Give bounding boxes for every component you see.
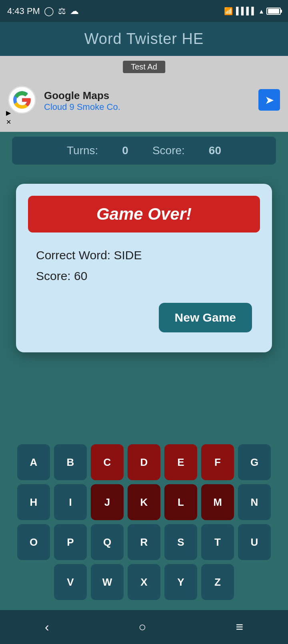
game-over-title: Game Over! — [96, 205, 192, 223]
key-H[interactable]: H — [17, 484, 50, 520]
key-U[interactable]: U — [238, 524, 271, 560]
menu-button[interactable]: ≡ — [236, 620, 243, 634]
title-bar: Word Twister HE — [0, 22, 288, 56]
key-Q[interactable]: Q — [91, 524, 124, 560]
ad-play-icon: ▶ — [6, 109, 11, 117]
keyboard-row-1: A B C D E F G — [4, 444, 284, 480]
ad-close-icon[interactable]: ✕ — [6, 118, 11, 126]
key-W[interactable]: W — [91, 564, 124, 600]
status-time: 4:43 PM ◯ ⚖ ☁ — [7, 6, 79, 16]
ad-banner[interactable]: Test Ad Google Maps Cloud 9 Smoke Co. ➤ … — [0, 56, 288, 132]
ad-logo — [8, 86, 36, 114]
game-over-modal: Game Over! Correct Word: SIDE Score: 60 … — [16, 184, 272, 352]
key-B[interactable]: B — [54, 444, 87, 480]
score-value: 60 — [209, 144, 221, 157]
status-bar: 4:43 PM ◯ ⚖ ☁ 📶 ▌▌▌▌ ▴ — [0, 0, 288, 22]
key-L[interactable]: L — [164, 484, 197, 520]
key-D[interactable]: D — [128, 444, 160, 480]
key-C[interactable]: C — [91, 444, 124, 480]
ad-label: Test Ad — [123, 61, 165, 73]
wifi-icon: ▴ — [260, 7, 263, 16]
key-F[interactable]: F — [201, 444, 234, 480]
turns-label: Turns: — [67, 144, 98, 157]
key-K[interactable]: K — [128, 484, 160, 520]
turns-value: 0 — [122, 144, 128, 157]
key-Z[interactable]: Z — [201, 564, 234, 600]
key-I[interactable]: I — [54, 484, 87, 520]
usb-icon: ⚖ — [58, 6, 66, 16]
ad-subtitle: Cloud 9 Smoke Co. — [44, 102, 120, 112]
signal-icon: ▌▌▌▌ — [236, 7, 256, 15]
key-S[interactable]: S — [164, 524, 197, 560]
whatsapp-icon: ◯ — [44, 6, 54, 16]
status-icons: 📶 ▌▌▌▌ ▴ — [224, 7, 281, 16]
app-title: Word Twister HE — [84, 30, 204, 48]
correct-word: Correct Word: SIDE — [36, 248, 252, 262]
key-Y[interactable]: Y — [164, 564, 197, 600]
new-game-button[interactable]: New Game — [159, 303, 252, 332]
home-button[interactable]: ○ — [138, 620, 146, 634]
vibrate-icon: 📶 — [224, 7, 233, 16]
nav-bar: ‹ ○ ≡ — [0, 610, 288, 644]
key-T[interactable]: T — [201, 524, 234, 560]
key-A[interactable]: A — [17, 444, 50, 480]
keyboard-row-3: O P Q R S T U — [4, 524, 284, 560]
key-V[interactable]: V — [54, 564, 87, 600]
ad-arrow-icon[interactable]: ➤ — [258, 89, 280, 111]
cloud-icon: ☁ — [70, 6, 79, 16]
ad-content: Google Maps Cloud 9 Smoke Co. — [44, 89, 120, 112]
ad-controls: ▶ ✕ — [6, 109, 11, 126]
key-J[interactable]: J — [91, 484, 124, 520]
battery-icon — [266, 8, 281, 15]
keyboard: A B C D E F G H I J K L M N O P Q R S T … — [0, 440, 288, 608]
game-over-banner: Game Over! — [28, 196, 260, 233]
score-label: Score: — [152, 144, 185, 157]
key-P[interactable]: P — [54, 524, 87, 560]
back-button[interactable]: ‹ — [45, 620, 49, 634]
keyboard-row-4: V W X Y Z — [4, 564, 284, 600]
modal-score: Score: 60 — [36, 269, 252, 283]
key-G[interactable]: G — [238, 444, 271, 480]
key-R[interactable]: R — [128, 524, 160, 560]
key-O[interactable]: O — [17, 524, 50, 560]
key-X[interactable]: X — [128, 564, 160, 600]
stats-bar: Turns: 0 Score: 60 — [12, 137, 276, 165]
keyboard-row-2: H I J K L M N — [4, 484, 284, 520]
ad-company: Google Maps — [44, 89, 120, 102]
modal-body: Correct Word: SIDE Score: 60 New Game — [28, 244, 260, 336]
key-M[interactable]: M — [201, 484, 234, 520]
key-N[interactable]: N — [238, 484, 271, 520]
key-E[interactable]: E — [164, 444, 197, 480]
